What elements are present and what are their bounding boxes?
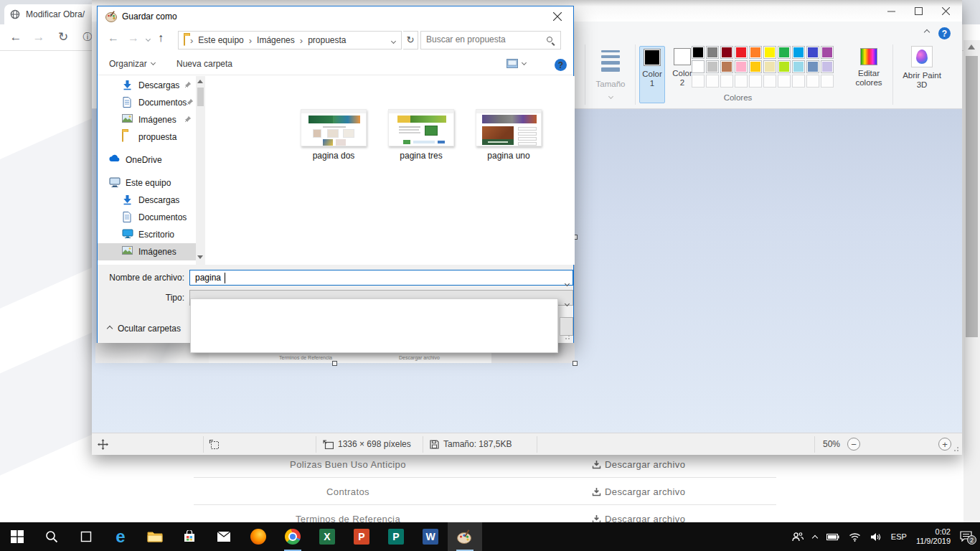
file-item-pagina-tres[interactable]: pagina tres xyxy=(382,109,461,161)
sidebar-item-documentos[interactable]: Documentos xyxy=(98,94,196,111)
filename-autocomplete-popup[interactable] xyxy=(190,298,558,353)
palette-empty-swatch[interactable] xyxy=(792,75,805,88)
browser-scrollbar[interactable] xyxy=(963,40,980,522)
taskbar-edge-button[interactable]: e xyxy=(103,522,138,551)
palette-empty-swatch[interactable] xyxy=(749,75,762,88)
scroll-down-icon[interactable] xyxy=(197,255,203,259)
download-link[interactable]: Descargar archivo xyxy=(592,514,685,522)
palette-swatch[interactable] xyxy=(792,46,805,59)
refresh-button[interactable]: ↻ xyxy=(403,31,418,50)
task-view-button[interactable] xyxy=(69,522,103,551)
palette-empty-swatch[interactable] xyxy=(778,75,791,88)
palette-empty-swatch[interactable] xyxy=(706,75,719,88)
palette-swatch[interactable] xyxy=(749,46,762,59)
taskbar-store-button[interactable] xyxy=(172,522,207,551)
minimize-button[interactable] xyxy=(880,4,902,17)
palette-swatch[interactable] xyxy=(720,60,733,73)
people-icon[interactable] xyxy=(792,532,804,542)
sidebar-item-onedrive[interactable]: OneDrive xyxy=(98,151,196,169)
reload-icon[interactable]: ↻ xyxy=(55,29,72,46)
maximize-button[interactable] xyxy=(908,4,929,17)
palette-swatch[interactable] xyxy=(735,60,748,73)
paint-help-icon[interactable]: ? xyxy=(938,27,951,39)
sidebar-item-imagenes[interactable]: Imágenes xyxy=(98,111,196,128)
palette-swatch[interactable] xyxy=(806,60,819,73)
start-button[interactable] xyxy=(0,522,34,551)
taskbar-search-button[interactable] xyxy=(34,522,69,551)
palette-swatch[interactable] xyxy=(792,60,805,73)
open-paint3d-button[interactable]: Abrir Paint 3D xyxy=(897,46,947,90)
palette-empty-swatch[interactable] xyxy=(720,75,733,88)
back-icon[interactable]: ← xyxy=(7,29,24,46)
download-link[interactable]: Descargar archivo xyxy=(592,459,685,470)
hide-folders-button[interactable]: Ocultar carpetas xyxy=(108,324,181,334)
dialog-help-icon[interactable]: ? xyxy=(555,59,567,71)
palette-swatch[interactable] xyxy=(706,46,719,59)
tray-expand-icon[interactable] xyxy=(812,534,818,540)
clock[interactable]: 0:02 11/9/2019 xyxy=(916,527,951,546)
palette-empty-swatch[interactable] xyxy=(806,75,819,88)
dialog-close-button[interactable] xyxy=(541,6,573,27)
palette-empty-swatch[interactable] xyxy=(763,75,776,88)
palette-empty-swatch[interactable] xyxy=(692,75,705,88)
zoom-out-button[interactable]: − xyxy=(847,438,860,451)
edit-colors-button[interactable]: Editar colores xyxy=(847,46,891,88)
taskbar-explorer-button[interactable] xyxy=(138,522,172,551)
download-link[interactable]: Descargar archivo xyxy=(592,486,685,497)
search-icon[interactable] xyxy=(547,37,555,45)
sidebar-scrollbar[interactable] xyxy=(196,76,205,265)
taskbar-publisher-button[interactable]: P xyxy=(379,522,413,551)
breadcrumb-item[interactable]: Este equipo xyxy=(198,35,243,45)
battery-icon[interactable] xyxy=(826,533,839,541)
palette-swatch[interactable] xyxy=(735,46,748,59)
palette-swatch[interactable] xyxy=(763,60,776,73)
palette-swatch[interactable] xyxy=(778,60,791,73)
dialog-resize-grip[interactable] xyxy=(562,332,570,339)
sidebar-item-descargas-2[interactable]: Descargas xyxy=(98,192,196,209)
sidebar-item-propuesta[interactable]: propuesta xyxy=(98,128,196,146)
taskbar-chrome-button[interactable] xyxy=(275,522,310,551)
palette-swatch[interactable] xyxy=(763,46,776,59)
forward-icon[interactable]: → xyxy=(30,29,47,46)
sidebar-item-documentos-2[interactable]: Documentos xyxy=(98,209,196,226)
filetype-dropdown-icon[interactable] xyxy=(565,301,570,306)
scroll-up-icon[interactable] xyxy=(197,80,203,83)
search-input[interactable] xyxy=(426,34,541,44)
filename-dropdown-icon[interactable] xyxy=(565,281,570,286)
file-item-pagina-dos[interactable]: pagina dos xyxy=(294,109,373,161)
action-center-button[interactable]: 2 xyxy=(960,531,973,542)
sidebar-item-imagenes-selected[interactable]: Imágenes xyxy=(98,243,196,260)
address-breadcrumb[interactable]: › Este equipo › Imágenes › propuesta xyxy=(178,31,402,50)
sidebar-item-escritorio[interactable]: Escritorio xyxy=(98,226,196,243)
address-dropdown-icon[interactable] xyxy=(385,35,401,45)
palette-swatch[interactable] xyxy=(692,46,705,59)
page-info-icon[interactable]: ⓘ xyxy=(79,29,92,46)
palette-swatch[interactable] xyxy=(749,60,762,73)
palette-empty-swatch[interactable] xyxy=(735,75,748,88)
palette-swatch[interactable] xyxy=(821,46,834,59)
sidebar-scrollbar-thumb[interactable] xyxy=(197,88,204,106)
palette-swatch[interactable] xyxy=(706,60,719,73)
palette-swatch[interactable] xyxy=(692,60,705,73)
view-mode-button[interactable] xyxy=(507,59,526,68)
breadcrumb-item[interactable]: propuesta xyxy=(308,35,346,45)
wifi-icon[interactable] xyxy=(849,532,861,542)
new-folder-button[interactable]: Nueva carpeta xyxy=(176,59,232,69)
sidebar-item-descargas[interactable]: Descargas xyxy=(98,77,196,94)
filename-input[interactable] xyxy=(195,273,540,283)
organize-button[interactable]: Organizar xyxy=(109,59,155,69)
taskbar-mail-button[interactable] xyxy=(207,522,241,551)
file-item-pagina-uno[interactable]: pagina uno xyxy=(469,109,548,161)
window-resize-grip[interactable] xyxy=(951,444,958,451)
breadcrumb-item[interactable]: Imágenes xyxy=(257,35,295,45)
scrollbar-up-arrow[interactable] xyxy=(968,44,975,50)
palette-swatch[interactable] xyxy=(806,46,819,59)
scrollbar-thumb[interactable] xyxy=(966,56,978,337)
taskbar-paint-button[interactable] xyxy=(448,522,482,551)
volume-icon[interactable] xyxy=(870,532,882,542)
sidebar-item-este-equipo[interactable]: Este equipo xyxy=(98,174,196,192)
language-indicator[interactable]: ESP xyxy=(891,532,907,541)
palette-swatch[interactable] xyxy=(720,46,733,59)
canvas-resize-handle-corner[interactable] xyxy=(573,361,578,366)
size-button[interactable]: Tamaño xyxy=(590,46,631,103)
